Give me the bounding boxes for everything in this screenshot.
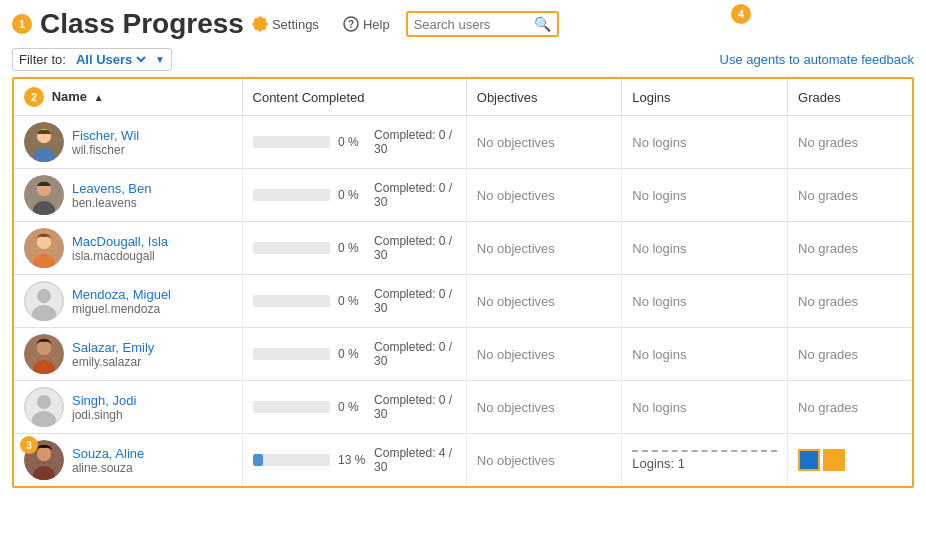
- completed-label: Completed: 0 / 30: [374, 128, 456, 156]
- search-box[interactable]: 🔍: [406, 11, 559, 37]
- user-info: Salazar, Emilyemily.salazar: [24, 334, 232, 374]
- progress-percent: 0 %: [338, 400, 366, 414]
- user-info: Singh, Jodijodi.singh: [24, 387, 232, 427]
- progress-percent: 0 %: [338, 347, 366, 361]
- help-icon: ?: [343, 16, 359, 32]
- grades-cell: No grades: [788, 222, 912, 275]
- grades-cell: No grades: [788, 328, 912, 381]
- logins-dash-line: [632, 450, 777, 452]
- col-header-content[interactable]: Content Completed: [242, 79, 466, 116]
- user-login: emily.salazar: [72, 355, 154, 369]
- sub-header: Filter to: All Users ▼ Use agents to aut…: [0, 44, 926, 77]
- name-cell: 3 Souza, Alinealine.souza: [14, 434, 242, 487]
- settings-button[interactable]: Settings: [244, 12, 327, 36]
- avatar: [24, 175, 64, 215]
- grades-blocks: [798, 449, 902, 471]
- user-info: MacDougall, Islaisla.macdougall: [24, 228, 232, 268]
- progress-bar-container: [253, 295, 331, 307]
- user-info: Mendoza, Miguelmiguel.mendoza: [24, 281, 232, 321]
- progress-bar-container: [253, 242, 331, 254]
- name-cell: Mendoza, Miguelmiguel.mendoza: [14, 275, 242, 328]
- col-header-grades[interactable]: Grades: [788, 79, 912, 116]
- content-cell: 0 %Completed: 0 / 30: [242, 275, 466, 328]
- user-name-link[interactable]: Singh, Jodi: [72, 393, 136, 408]
- logins-content: Logins: 1: [632, 450, 777, 471]
- avatar: [24, 122, 64, 162]
- logins-count: Logins: 1: [632, 456, 777, 471]
- page-header: 1 Class Progress Settings ? Help 🔍 4: [0, 0, 926, 44]
- help-button[interactable]: ? Help: [335, 12, 398, 36]
- content-cell: 0 %Completed: 0 / 30: [242, 169, 466, 222]
- logins-cell: No logins: [622, 275, 788, 328]
- content-cell: 0 %Completed: 0 / 30: [242, 116, 466, 169]
- table-container: 2 Name ▲ Content Completed Objectives Lo…: [12, 77, 914, 488]
- avatar: [24, 281, 64, 321]
- user-login: aline.souza: [72, 461, 144, 475]
- name-cell: Leavens, Benben.leavens: [14, 169, 242, 222]
- user-name-link[interactable]: Fischer, Wil: [72, 128, 139, 143]
- user-name-link[interactable]: Salazar, Emily: [72, 340, 154, 355]
- user-name-link[interactable]: Mendoza, Miguel: [72, 287, 171, 302]
- user-login: wil.fischer: [72, 143, 139, 157]
- step3-badge: 3: [20, 436, 38, 454]
- objectives-cell: No objectives: [466, 222, 621, 275]
- header-actions: Settings ? Help 🔍 4: [244, 11, 559, 37]
- step1-badge: 1: [12, 14, 32, 34]
- grade-block-2: [823, 449, 845, 471]
- step2-badge: 2: [24, 87, 44, 107]
- logins-cell: No logins: [622, 328, 788, 381]
- search-input[interactable]: [414, 17, 534, 32]
- progress-percent: 13 %: [338, 453, 366, 467]
- progress-percent: 0 %: [338, 135, 366, 149]
- gear-icon: [252, 16, 268, 32]
- content-cell: 0 %Completed: 0 / 30: [242, 381, 466, 434]
- user-name-link[interactable]: Leavens, Ben: [72, 181, 152, 196]
- user-info: Leavens, Benben.leavens: [24, 175, 232, 215]
- svg-point-29: [37, 447, 51, 461]
- table-row: Fischer, Wilwil.fischer0 %Completed: 0 /…: [14, 116, 912, 169]
- automate-feedback-link[interactable]: Use agents to automate feedback: [720, 52, 914, 67]
- progress-bar-container: [253, 189, 331, 201]
- page-title: Class Progress: [40, 8, 244, 40]
- content-progress: 0 %Completed: 0 / 30: [253, 234, 456, 262]
- name-cell: MacDougall, Islaisla.macdougall: [14, 222, 242, 275]
- user-name-link[interactable]: Souza, Aline: [72, 446, 144, 461]
- objectives-cell: No objectives: [466, 275, 621, 328]
- progress-percent: 0 %: [338, 294, 366, 308]
- search-icon: 🔍: [534, 16, 551, 32]
- grade-block-1: [798, 449, 820, 471]
- user-login: ben.leavens: [72, 196, 152, 210]
- table-row: MacDougall, Islaisla.macdougall0 %Comple…: [14, 222, 912, 275]
- filter-area[interactable]: Filter to: All Users ▼: [12, 48, 172, 71]
- content-progress: 0 %Completed: 0 / 30: [253, 340, 456, 368]
- col-header-objectives[interactable]: Objectives: [466, 79, 621, 116]
- sort-asc-icon: ▲: [94, 92, 104, 103]
- avatar: [24, 228, 64, 268]
- avatar: [24, 387, 64, 427]
- progress-bar-container: [253, 401, 331, 413]
- avatar: [24, 334, 64, 374]
- filter-select[interactable]: All Users: [72, 51, 149, 68]
- col-header-logins[interactable]: Logins: [622, 79, 788, 116]
- user-login: isla.macdougall: [72, 249, 168, 263]
- user-info: Fischer, Wilwil.fischer: [24, 122, 232, 162]
- class-progress-table: 2 Name ▲ Content Completed Objectives Lo…: [14, 79, 912, 486]
- completed-label: Completed: 4 / 30: [374, 446, 456, 474]
- user-name-link[interactable]: MacDougall, Isla: [72, 234, 168, 249]
- objectives-cell: No objectives: [466, 381, 621, 434]
- table-row: Leavens, Benben.leavens0 %Completed: 0 /…: [14, 169, 912, 222]
- table-row: Mendoza, Miguelmiguel.mendoza0 %Complete…: [14, 275, 912, 328]
- content-progress: 0 %Completed: 0 / 30: [253, 181, 456, 209]
- filter-label: Filter to:: [19, 52, 66, 67]
- name-cell: Singh, Jodijodi.singh: [14, 381, 242, 434]
- name-cell: Fischer, Wilwil.fischer: [14, 116, 242, 169]
- completed-label: Completed: 0 / 30: [374, 287, 456, 315]
- step4-badge: 4: [731, 4, 751, 24]
- progress-bar-container: [253, 454, 331, 466]
- table-border: 2 Name ▲ Content Completed Objectives Lo…: [12, 77, 914, 488]
- col-header-name[interactable]: 2 Name ▲: [14, 79, 242, 116]
- grades-cell: [788, 434, 912, 487]
- content-cell: 0 %Completed: 0 / 30: [242, 222, 466, 275]
- completed-label: Completed: 0 / 30: [374, 340, 456, 368]
- help-label: Help: [363, 17, 390, 32]
